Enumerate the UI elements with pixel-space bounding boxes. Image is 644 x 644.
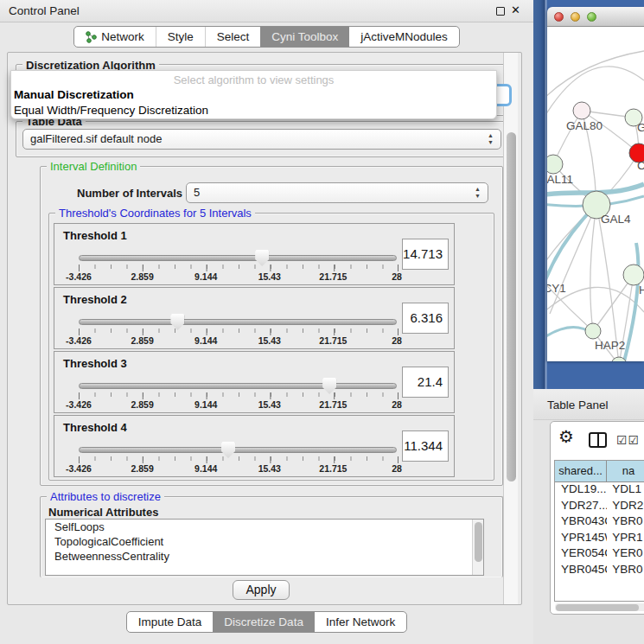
threshold-1-panel: Threshold 1 -3.4262.8599.144 15.4321.715… [54,223,455,285]
threshold-2-panel: Threshold 2 -3.4262.8599.144 15.4321.715… [54,287,455,349]
threshold-4-slider[interactable] [79,447,397,453]
threshold-4-panel: Threshold 4 -3.4262.8599.144 15.4321.715… [54,415,455,477]
node-partial-h[interactable] [623,265,644,285]
stepper-icon: ▲▼ [474,186,481,200]
control-panel-titlebar: Control Panel ✕ [0,0,533,22]
panel-title: Control Panel [9,4,80,17]
table-row[interactable]: YBR045CYBR0 [555,563,644,579]
node-label: GAL80 [566,119,603,132]
threshold-2-slider[interactable] [79,319,397,325]
table-panel-header: Table Panel [533,389,644,420]
threshold-3-panel: Threshold 3 -3.4262.8599.144 15.4321.715… [54,351,455,413]
zoom-traffic-light[interactable] [587,12,596,22]
table-row[interactable]: YDL19...YDL1 [555,482,644,499]
node-label: GAL4 [601,213,631,226]
network-window-titlebar [547,7,644,27]
node-hap2[interactable] [585,323,601,339]
node-label: H [639,284,644,296]
tab-network[interactable]: Network [74,27,156,47]
scrollbar-thumb[interactable] [507,132,516,481]
attributes-title: Attributes to discretize [47,490,164,503]
table-row[interactable]: YBL079WYBL0 [555,579,644,580]
table-card: ⚙ ☑☑ shared... na YDL19...YDL1 YDR27...Y… [550,421,644,615]
table-data-combobox[interactable]: galFiltered.sif default node ▲▼ [22,129,501,150]
node-gal11[interactable] [547,155,563,174]
node-label: GAL11 [547,173,573,186]
tab-impute-data[interactable]: Impute Data [127,612,214,632]
apply-button[interactable]: Apply [233,580,290,600]
algorithm-dropdown-popup: Select algorithm to view settings Manual… [10,70,497,119]
node-gal80[interactable] [573,102,590,119]
columns-icon[interactable] [589,432,607,448]
list-item[interactable]: BetweennessCentrality [46,549,483,564]
node-label: C [637,159,644,172]
threshold-2-value[interactable]: 6.316 [402,303,449,334]
list-scrollbar[interactable] [472,520,483,575]
list-item[interactable]: SelfLoops [46,520,483,534]
threshold-1-slider[interactable] [79,255,397,261]
thresholds-title: Threshold's Coordinates for 5 Intervals [55,207,255,220]
checkbox-icons[interactable]: ☑☑ [616,433,640,447]
node-attribute-table: shared... na YDL19...YDL1 YDR27...YDR2 Y… [554,460,644,602]
node-label: HAP2 [595,339,625,352]
close-traffic-light[interactable] [554,12,564,22]
minimize-traffic-light[interactable] [571,12,580,22]
table-row[interactable]: YER054CYER0 [555,546,644,563]
stepper-icon: ▲▼ [487,132,494,146]
table-row[interactable]: YDR27...YDR2 [555,499,644,515]
network-canvas[interactable]: GAL80 G C GAL11 GAL4 GCY1 H HAP2 [547,27,644,361]
option-manual-discretization[interactable]: Manual Discretization [14,88,134,101]
tab-cyni-toolbox[interactable]: Cyni Toolbox [260,27,349,47]
bottom-tab-bar: Impute Data Discretize Data Infer Networ… [0,608,533,633]
tab-network-label: Network [101,30,144,43]
algorithm-hint: Select algorithm to view settings [11,73,496,86]
tab-infer-network[interactable]: Infer Network [315,612,406,632]
tab-style[interactable]: Style [156,27,205,47]
gear-icon[interactable]: ⚙ [558,426,574,447]
network-graph: GAL80 G C GAL11 GAL4 GCY1 H HAP2 [547,27,644,361]
number-of-intervals-combobox[interactable]: 5 ▲▼ [186,182,488,203]
numerical-attributes-label: Numerical Attributes [45,506,162,519]
number-of-intervals-label: Number of Intervals [73,187,186,200]
threshold-4-value[interactable]: 11.344 [402,430,449,462]
scrollbar-thumb[interactable] [556,604,639,611]
node-label: G [637,121,644,134]
float-window-icon[interactable] [496,7,505,16]
column-header-name[interactable]: na [607,461,644,481]
close-icon[interactable]: ✕ [511,3,520,16]
numerical-attributes-list: SelfLoops TopologicalCoefficient Between… [45,519,484,576]
network-icon [86,31,97,43]
panel-scrollbar[interactable] [503,53,518,604]
column-header-shared-name[interactable]: shared... [555,461,607,481]
top-tab-bar: Network Style Select Cyni Toolbox jActiv… [0,22,533,52]
table-row[interactable]: YPR145WYPR1 [555,531,644,547]
table-panel: Table Panel ⚙ ☑☑ shared... na YDL19...YD… [533,389,644,644]
tab-select[interactable]: Select [205,27,261,47]
threshold-1-value[interactable]: 14.713 [402,239,449,270]
list-item[interactable]: TopologicalCoefficient [46,534,483,549]
node-label: GCY1 [547,282,566,295]
table-horizontal-scrollbar[interactable] [555,603,644,611]
threshold-3-value[interactable]: 21.4 [402,367,449,398]
tab-discretize-data[interactable]: Discretize Data [213,612,315,632]
tab-jactivemnodules[interactable]: jActiveMNodules [349,27,459,47]
threshold-3-slider[interactable] [79,383,397,389]
interval-definition-title: Interval Definition [47,160,140,173]
table-panel-title: Table Panel [547,399,609,411]
option-equal-width-frequency[interactable]: Equal Width/Frequency Discretization [14,104,208,117]
control-panel: Control Panel ✕ Network Style Select Cyn… [0,0,533,644]
table-row[interactable]: YBR043CYBR0 [555,514,644,531]
network-view-window: GAL80 G C GAL11 GAL4 GCY1 H HAP2 [547,7,644,361]
